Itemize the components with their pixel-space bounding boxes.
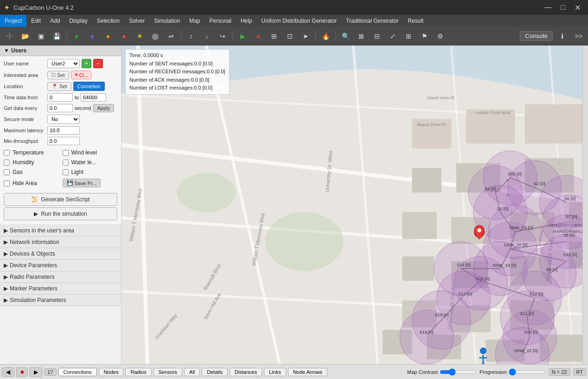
tb-expand-button[interactable]: ⊠ <box>354 29 369 44</box>
tb-node5-button[interactable]: ☀ <box>132 29 147 44</box>
marker-params-section-header[interactable]: ▶ Marker Parameters <box>0 283 121 294</box>
device-params-section-header[interactable]: ▶ Device Parameters <box>0 260 121 271</box>
water-level-checkbox[interactable] <box>63 160 69 166</box>
tab-connections[interactable]: Connections <box>58 368 97 376</box>
info-button[interactable]: ℹ <box>555 29 569 44</box>
remove-user-button[interactable]: − <box>93 59 103 68</box>
tb-link-button[interactable]: ⊡ <box>282 29 297 44</box>
humidity-checkbox[interactable] <box>4 160 10 166</box>
add-user-button[interactable]: + <box>82 59 91 68</box>
menu-personal[interactable]: Personal <box>205 15 236 27</box>
menu-result[interactable]: Result <box>403 15 428 27</box>
menu-help[interactable]: Help <box>236 15 257 27</box>
close-button[interactable]: ✕ <box>571 2 584 13</box>
tb-win-button[interactable]: ▣ <box>33 29 48 44</box>
hide-area-checkbox[interactable] <box>4 180 10 186</box>
gas-checkbox[interactable] <box>4 169 10 175</box>
get-data-input[interactable] <box>47 104 73 112</box>
time-to-input[interactable] <box>81 93 106 102</box>
tb-fire-button[interactable]: 🔥 <box>318 29 333 44</box>
interested-area-set-button[interactable]: ☐ Set <box>47 71 69 79</box>
tb-node-button[interactable]: ● <box>69 29 84 44</box>
tb-node7-button[interactable]: ⇌ <box>164 29 179 44</box>
tb-grid-button[interactable]: ⊞ <box>401 29 416 44</box>
tab-radios[interactable]: Radios <box>125 368 151 376</box>
tb-fullscreen-button[interactable]: ⤢ <box>385 29 400 44</box>
stop-button[interactable]: ■ <box>16 367 28 377</box>
tb-stop-button[interactable]: ■ <box>251 29 266 44</box>
minimize-button[interactable]: — <box>540 2 555 13</box>
users-section-header[interactable]: ▼ Users <box>0 45 121 56</box>
tb-zoom-button[interactable]: 🔍 <box>338 29 353 44</box>
temperature-checkbox[interactable] <box>4 150 10 156</box>
menu-project[interactable]: Project <box>0 15 26 27</box>
svg-text:S16 [0]: S16 [0] <box>420 329 434 334</box>
tb-save-button[interactable]: 💾 <box>49 29 64 44</box>
progression-slider[interactable] <box>509 368 546 376</box>
vertical-scrollbar[interactable] <box>582 45 588 364</box>
interested-area-clear-button[interactable]: ✕ Cl... <box>71 71 92 79</box>
menu-map[interactable]: Map <box>185 15 205 27</box>
tb-node3-button[interactable]: ● <box>101 29 115 44</box>
tab-distances[interactable]: Distances <box>230 368 262 376</box>
map-contrast-slider[interactable] <box>440 368 477 376</box>
user-name-select[interactable]: User2 User1 <box>47 59 80 68</box>
apply-button[interactable]: Apply <box>93 104 114 112</box>
devices-section-header[interactable]: ▶ Devices & Objects <box>0 248 121 259</box>
menu-selection[interactable]: Selection <box>92 15 124 27</box>
wind-level-checkbox[interactable] <box>63 150 69 156</box>
tab-all[interactable]: All <box>184 368 200 376</box>
next-button[interactable]: ▶ <box>30 367 42 377</box>
tb-arrow-button[interactable]: ➤ <box>298 29 313 44</box>
simulation-params-section-header[interactable]: ▶ Simulation Parameters <box>0 295 121 306</box>
tb-select-button[interactable]: ↓ <box>199 29 214 44</box>
tb-open-button[interactable]: 📂 <box>18 29 32 44</box>
menu-edit[interactable]: Edit <box>26 15 45 27</box>
generate-senscript-button[interactable]: 📜 Generate SenScript <box>4 193 117 206</box>
tb-shrink-button[interactable]: ⊟ <box>370 29 384 44</box>
location-set-button[interactable]: 📍 Set <box>47 82 71 91</box>
tb-node2-button[interactable]: ● <box>85 29 100 44</box>
menu-traditional-gen[interactable]: Traditional Generator <box>341 15 403 27</box>
menu-uniform-dist[interactable]: Uniform Distribution Generator <box>257 15 342 27</box>
radio-params-section-header[interactable]: ▶ Radio Parameters <box>0 271 121 283</box>
console-button[interactable]: Console <box>520 31 553 41</box>
tb-new-button[interactable]: ➕ <box>2 29 17 44</box>
tab-sensors[interactable]: Sensors <box>153 368 182 376</box>
svg-text:SINK_19 [0]: SINK_19 [0] <box>492 263 516 268</box>
tb-select2-button[interactable]: ⊞ <box>267 29 281 44</box>
tb-move-button[interactable]: ↕ <box>184 29 198 44</box>
light-checkbox[interactable] <box>63 169 69 175</box>
map-area[interactable]: William T Morrissey Blvd William T Morri… <box>121 45 588 364</box>
tab-nodes[interactable]: Nodes <box>99 368 124 376</box>
tb-node4-button[interactable]: ● <box>116 29 131 44</box>
maximize-button[interactable]: □ <box>557 2 569 13</box>
menu-add[interactable]: Add <box>45 15 64 27</box>
secure-mode-select[interactable]: No Yes <box>47 115 80 124</box>
more-button[interactable]: >> <box>571 29 586 44</box>
min-throughput-input[interactable] <box>47 137 80 145</box>
tb-settings-button[interactable]: ⚙ <box>433 29 447 44</box>
tb-flag-button[interactable]: ⚑ <box>417 29 432 44</box>
tab-node-arrows[interactable]: Node Arrows <box>288 368 327 376</box>
tab-details[interactable]: Details <box>202 368 228 376</box>
time-from-input[interactable] <box>47 93 73 102</box>
svg-rect-4 <box>412 168 441 193</box>
connection-button[interactable]: Connetion <box>73 82 105 91</box>
run-simulation-button[interactable]: ▶ Run the simulation <box>4 207 117 220</box>
expand-icon-3: ▶ <box>4 251 8 257</box>
users-panel: User name User2 User1 + − Interested are… <box>0 56 121 225</box>
tb-curve-button[interactable]: ↪ <box>215 29 230 44</box>
tab-links[interactable]: Links <box>264 368 286 376</box>
sensors-section-header[interactable]: ▶ Sensors in the user's area <box>0 225 121 236</box>
progression-container: Progression <box>479 368 546 376</box>
save-profile-button[interactable]: 💾 Save Pr... <box>63 179 101 187</box>
menu-display[interactable]: Display <box>64 15 92 27</box>
tb-node6-button[interactable]: ⬤ <box>148 29 163 44</box>
network-section-header[interactable]: ▶ Network information <box>0 237 121 248</box>
prev-button[interactable]: ◀ <box>2 367 14 377</box>
menu-solver[interactable]: Solver <box>124 15 149 27</box>
max-latency-input[interactable] <box>47 126 80 135</box>
tb-play-button[interactable]: ▶ <box>235 29 250 44</box>
menu-simulation[interactable]: Simulation <box>149 15 185 27</box>
